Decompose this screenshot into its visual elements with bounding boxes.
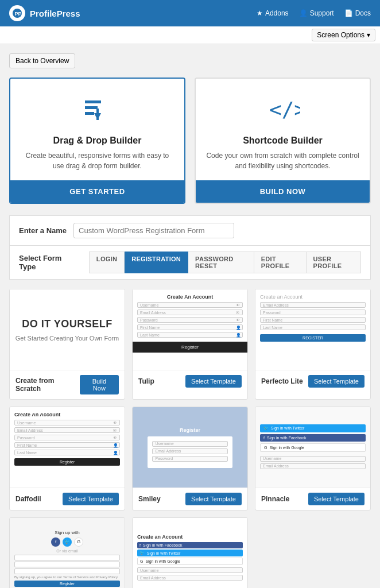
diy-build-button[interactable]: Build Now bbox=[80, 375, 119, 394]
tab-edit-profile[interactable]: EDIT PROFILE bbox=[254, 252, 307, 273]
main-content: Back to Overview Drag & Drop Builder Cre… bbox=[0, 44, 380, 588]
diy-footer: Create from Scratch Build Now bbox=[10, 370, 125, 399]
template-daffodil: Create An Account Username👁 Email Addres… bbox=[9, 407, 125, 510]
template-smiley: Register Username Email Address Password… bbox=[132, 407, 248, 510]
bash-twitter-icon: 🐦 bbox=[63, 537, 72, 547]
docs-link[interactable]: 📄 Docs bbox=[344, 9, 371, 17]
builder-cards: Drag & Drop Builder Create beautiful, re… bbox=[9, 78, 371, 204]
svg-rect-3 bbox=[85, 106, 98, 109]
bash-register-btn: Register bbox=[14, 581, 120, 587]
svg-rect-6 bbox=[96, 109, 99, 120]
tab-user-profile[interactable]: USER PROFILE bbox=[307, 252, 361, 273]
tab-registration[interactable]: REGISTRATION bbox=[125, 252, 188, 273]
form-type-label: Select Form Type bbox=[19, 254, 75, 271]
pinnacle-name: Pinnacle bbox=[261, 495, 289, 503]
drag-drop-icon bbox=[20, 92, 175, 129]
perfecto-pro-google-btn: G Sign in with Google bbox=[137, 558, 243, 565]
drag-drop-title: Drag & Drop Builder bbox=[20, 136, 175, 146]
facebook-icon-2: f bbox=[139, 543, 141, 547]
chevron-down-icon: ▾ bbox=[367, 31, 370, 39]
daffodil-title: Create An Account bbox=[14, 412, 120, 417]
bash-email-field bbox=[14, 562, 120, 567]
pinnacle-preview: 🐦 Sign in with Twitter f Sign in with Fa… bbox=[255, 407, 370, 488]
template-tulip: Create An Account Username👁 Email Addres… bbox=[132, 289, 248, 400]
perfecto-lite-name: Perfecto Lite bbox=[261, 377, 303, 385]
get-started-button[interactable]: GET STARTED bbox=[10, 180, 184, 203]
perfecto-lite-preview: Create an Account Email Address Password… bbox=[255, 289, 370, 370]
bash-password-field bbox=[14, 568, 120, 574]
facebook-icon: f bbox=[263, 436, 265, 440]
daffodil-register-btn: Register bbox=[14, 458, 120, 466]
diy-sub: Get Started Creating Your Own Form bbox=[15, 335, 119, 342]
tulip-name: Tulip bbox=[138, 377, 154, 385]
form-name-row: Enter a Name bbox=[9, 215, 371, 246]
twitter-icon: 🐦 bbox=[263, 426, 269, 431]
pinnacle-twitter-btn: 🐦 Sign in with Twitter bbox=[260, 424, 366, 432]
templates-grid: DO IT YOURSELF Get Started Creating Your… bbox=[9, 289, 371, 588]
daffodil-footer: Daffodil Select Template bbox=[10, 488, 125, 510]
tab-password-reset[interactable]: PASSWORD RESET bbox=[188, 252, 254, 273]
shortcode-icon: </> bbox=[205, 92, 360, 129]
shortcode-title: Shortcode Builder bbox=[205, 136, 360, 146]
daffodil-preview: Create An Account Username👁 Email Addres… bbox=[10, 407, 125, 488]
perfecto-pro-preview: Create an Account f Sign in with Faceboo… bbox=[133, 518, 247, 588]
smiley-select-button[interactable]: Select Template bbox=[185, 493, 242, 505]
tulip-register-btn: Register bbox=[133, 342, 247, 353]
perfecto-pro-twitter-btn: 🐦 Sign in with Twitter bbox=[137, 550, 243, 556]
daffodil-select-button[interactable]: Select Template bbox=[63, 493, 119, 505]
tulip-form-title: Create An Account bbox=[137, 294, 243, 300]
template-perfecto-pro: Create an Account f Sign in with Faceboo… bbox=[132, 517, 248, 588]
shortcode-desc: Code your own from scratch with complete… bbox=[205, 150, 360, 171]
perfecto-lite-title: Create an Account bbox=[260, 294, 366, 300]
screen-options-button[interactable]: Screen Options ▾ bbox=[312, 29, 375, 41]
svg-rect-2 bbox=[85, 100, 101, 103]
perfecto-lite-register-btn: REGISTER bbox=[260, 334, 366, 342]
diy-preview: DO IT YOURSELF Get Started Creating Your… bbox=[10, 289, 125, 370]
google-icon: G bbox=[264, 446, 267, 450]
create-from-scratch-label: Create from Scratch bbox=[15, 377, 80, 393]
smiley-footer: Smiley Select Template bbox=[133, 488, 247, 510]
bash-divider: Or via email bbox=[14, 549, 120, 553]
person-icon: 👤 bbox=[299, 9, 308, 17]
pinnacle-select-button[interactable]: Select Template bbox=[308, 493, 365, 505]
smiley-name: Smiley bbox=[138, 495, 161, 503]
perfecto-pro-title: Create an Account bbox=[137, 534, 243, 540]
logo: PP ProfilePress bbox=[9, 5, 80, 21]
form-type-row: Select Form Type LOGIN REGISTRATION PASS… bbox=[9, 246, 371, 280]
support-link[interactable]: 👤 Support bbox=[299, 9, 334, 17]
daffodil-name: Daffodil bbox=[15, 495, 41, 503]
pinnacle-facebook-btn: f Sign in with Facebook bbox=[260, 434, 366, 442]
svg-rect-4 bbox=[85, 112, 94, 115]
doc-icon: 📄 bbox=[344, 9, 353, 17]
star-icon: ★ bbox=[257, 9, 263, 17]
twitter-icon-2: 🐦 bbox=[139, 551, 145, 555]
back-to-overview-button[interactable]: Back to Overview bbox=[9, 53, 75, 68]
pinnacle-google-btn: G Sign in with Google bbox=[260, 443, 366, 452]
bash-username-field bbox=[14, 555, 120, 560]
form-name-input[interactable] bbox=[73, 223, 234, 238]
bash-google-icon: G bbox=[74, 537, 83, 547]
perfecto-lite-select-button[interactable]: Select Template bbox=[308, 375, 365, 388]
tab-login[interactable]: LOGIN bbox=[89, 252, 125, 273]
template-perfecto-lite: Create an Account Email Address Password… bbox=[255, 289, 371, 400]
template-pinnacle: 🐦 Sign in with Twitter f Sign in with Fa… bbox=[255, 407, 371, 510]
bash-tos: By signing up, you agree to our Terms of… bbox=[14, 575, 120, 579]
drag-drop-builder-card: Drag & Drop Builder Create beautiful, re… bbox=[9, 78, 185, 204]
tulip-select-button[interactable]: Select Template bbox=[185, 375, 242, 388]
bash-preview: Sign up with f 🐦 G Or via email By signi… bbox=[10, 518, 125, 588]
template-diy: DO IT YOURSELF Get Started Creating Your… bbox=[9, 289, 125, 400]
perfecto-lite-footer: Perfecto Lite Select Template bbox=[255, 370, 370, 392]
perfecto-pro-facebook-btn: f Sign in with Facebook bbox=[137, 542, 243, 548]
drag-drop-desc: Create beautiful, responsive forms with … bbox=[20, 150, 175, 171]
google-icon-2: G bbox=[140, 559, 143, 563]
bash-facebook-icon: f bbox=[51, 537, 60, 547]
addons-link[interactable]: ★ Addons bbox=[257, 9, 289, 17]
smiley-preview: Register Username Email Address Password bbox=[133, 407, 247, 488]
tulip-preview: Create An Account Username👁 Email Addres… bbox=[133, 289, 247, 370]
logo-text: ProfilePress bbox=[30, 9, 80, 18]
template-bash: Sign up with f 🐦 G Or via email By signi… bbox=[9, 517, 125, 588]
build-now-button[interactable]: BUILD NOW bbox=[196, 180, 370, 203]
diy-title: DO IT YOURSELF bbox=[22, 318, 113, 330]
tulip-footer: Tulip Select Template bbox=[133, 370, 247, 392]
svg-text:PP: PP bbox=[15, 11, 22, 17]
